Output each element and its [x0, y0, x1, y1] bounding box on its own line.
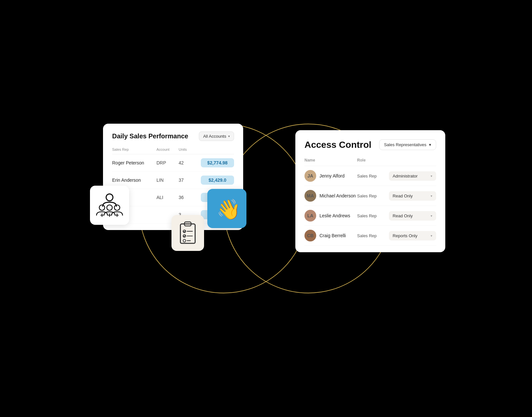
chevron-down-icon: ▾: [431, 194, 432, 198]
row-name: Erin Anderson: [112, 178, 156, 183]
row-account: ALI: [156, 195, 179, 200]
table-row: LA Leslie Andrews Sales Rep Read Only ▾: [304, 206, 436, 226]
row-amount: $2,774.98: [201, 158, 234, 167]
avatar-leslie: LA: [304, 210, 316, 222]
access-card-header: Access Control Sales Representatives ▾: [304, 139, 436, 150]
col-amount: [201, 147, 234, 151]
permission-label: Administrator: [393, 174, 418, 178]
all-accounts-dropdown[interactable]: All Accounts ▾: [199, 131, 234, 141]
users-icon-card: [90, 186, 129, 225]
table-row: Roger Peterson DRP 42 $2,774.98: [112, 154, 234, 172]
permission-dropdown-michael[interactable]: Read Only ▾: [389, 191, 436, 201]
sales-table-header: Sales Rep Account Units: [112, 146, 234, 154]
col-units: Units: [179, 147, 201, 151]
person-michael: MA Michael Anderson: [304, 190, 357, 202]
row-amount: $2,429.0: [201, 176, 234, 185]
table-row: MA Michael Anderson Sales Rep Read Only …: [304, 186, 436, 206]
access-table-header: Name Role: [304, 157, 436, 166]
person-name: Jenny Alford: [319, 173, 345, 178]
person-leslie: LA Leslie Andrews: [304, 210, 357, 222]
sales-card-header: Daily Sales Performance All Accounts ▾: [112, 131, 234, 141]
permission-dropdown-craig[interactable]: Reports Only ▾: [389, 231, 436, 240]
row-units: 37: [179, 178, 201, 183]
person-jenny: JA Jenny Alford: [304, 170, 357, 182]
col-name: Name: [304, 158, 357, 162]
hand-wave-icon: 👋: [213, 195, 241, 222]
permission-dropdown-leslie[interactable]: Read Only ▾: [389, 211, 436, 221]
sales-rep-label: Sales Representatives: [384, 142, 426, 147]
clipboard-icon: [176, 221, 199, 246]
access-card: Access Control Sales Representatives ▾ N…: [295, 130, 445, 252]
chevron-down-icon: ▾: [228, 134, 230, 138]
chevron-down-icon: ▾: [431, 174, 432, 178]
avatar-michael: MA: [304, 190, 316, 202]
permission-label: Reports Only: [393, 233, 418, 238]
scene: Daily Sales Performance All Accounts ▾ S…: [0, 0, 532, 417]
col-salesrep: Sales Rep: [112, 147, 156, 151]
row-units: 36: [179, 195, 201, 200]
svg-point-4: [107, 205, 112, 210]
cards-area: Daily Sales Performance All Accounts ▾ S…: [87, 114, 445, 303]
svg-point-7: [114, 205, 120, 210]
chevron-down-icon: ▾: [429, 142, 431, 147]
chevron-down-icon: ▾: [431, 234, 432, 238]
role-label: Sales Rep: [357, 174, 389, 178]
permission-label: Read Only: [393, 213, 413, 218]
svg-point-16: [183, 239, 186, 242]
svg-text:👋: 👋: [216, 198, 241, 221]
svg-point-0: [106, 194, 113, 201]
clipboard-icon-card: [171, 215, 204, 251]
sales-rep-dropdown[interactable]: Sales Representatives ▾: [379, 139, 436, 150]
avatar-jenny: JA: [304, 170, 316, 182]
row-account: DRP: [156, 160, 179, 165]
permission-label: Read Only: [393, 193, 413, 198]
role-label: Sales Rep: [357, 213, 389, 218]
svg-point-1: [99, 205, 105, 210]
users-icon: [96, 192, 123, 219]
row-units: 42: [179, 160, 201, 165]
hand-icon-card: 👋: [207, 189, 246, 228]
access-title: Access Control: [304, 140, 371, 150]
role-label: Sales Rep: [357, 233, 389, 238]
person-name: Craig Berrelli: [319, 233, 346, 238]
row-account: LIN: [156, 178, 179, 183]
chevron-down-icon: ▾: [431, 214, 432, 218]
sales-title: Daily Sales Performance: [112, 132, 188, 140]
role-label: Sales Rep: [357, 193, 389, 198]
table-row: CB Craig Berrelli Sales Rep Reports Only…: [304, 226, 436, 246]
table-row: Erin Anderson LIN 37 $2,429.0: [112, 172, 234, 189]
avatar-craig: CB: [304, 230, 316, 241]
person-name: Michael Anderson: [319, 193, 356, 198]
col-account: Account: [156, 147, 179, 151]
person-name: Leslie Andrews: [319, 213, 350, 218]
person-craig: CB Craig Berrelli: [304, 230, 357, 241]
all-accounts-label: All Accounts: [203, 134, 226, 139]
col-permission: [389, 158, 436, 162]
permission-dropdown-jenny[interactable]: Administrator ▾: [389, 171, 436, 181]
row-name: Roger Peterson: [112, 160, 156, 165]
access-table: Name Role JA Jenny Alford Sales Rep Admi…: [304, 157, 436, 246]
table-row: JA Jenny Alford Sales Rep Administrator …: [304, 166, 436, 186]
col-role: Role: [357, 158, 389, 162]
